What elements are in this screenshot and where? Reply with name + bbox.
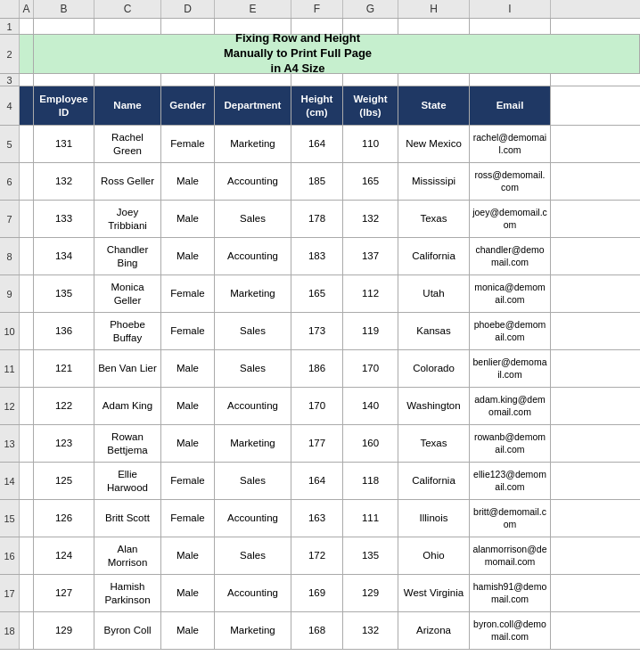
col-c-header: C — [94, 0, 161, 18]
cell-gender: Female — [161, 463, 215, 499]
row-number: 13 — [0, 425, 20, 462]
title-row: 2 Fixing Row and Height Manually to Prin… — [0, 35, 640, 74]
row-number: 7 — [0, 201, 20, 237]
cell-empid: 124 — [34, 537, 94, 574]
cell-email: ross@demomail.com — [470, 163, 551, 200]
cell-name: Byron Coll — [94, 612, 161, 649]
row-number: 6 — [0, 163, 20, 200]
cell-dept: Marketing — [215, 425, 291, 462]
cell-gender: Male — [161, 238, 215, 275]
cell-dept: Accounting — [215, 500, 291, 537]
cell-empid: 127 — [34, 575, 94, 611]
cell-height: 172 — [291, 537, 343, 574]
cell-dept: Accounting — [215, 388, 291, 424]
cell-state: California — [398, 238, 470, 275]
col-g-header: G — [343, 0, 398, 18]
cell-weight: 132 — [343, 201, 398, 237]
cell-gender: Female — [161, 500, 215, 537]
row-number: 12 — [0, 388, 20, 424]
cell-name: Ben Van Lier — [94, 350, 161, 387]
cell-weight: 110 — [343, 126, 398, 162]
table-header-row: 4 Employee ID Name Gender Department Hei… — [0, 86, 640, 126]
header-empid: Employee ID — [34, 86, 94, 125]
cell-email: joey@demomail.com — [470, 201, 551, 237]
table-row: 12 122 Adam King Male Accounting 170 140… — [0, 388, 640, 425]
cell-height: 164 — [291, 126, 343, 162]
cell-gender: Female — [161, 126, 215, 162]
cell-gender: Male — [161, 388, 215, 424]
table-row: 17 127 Hamish Parkinson Male Accounting … — [0, 575, 640, 612]
col-a-header: A — [20, 0, 34, 18]
cell-dept: Sales — [215, 313, 291, 349]
cell-dept: Marketing — [215, 275, 291, 312]
cell-dept: Marketing — [215, 612, 291, 649]
header-email: Email — [470, 86, 551, 125]
cell-state: Texas — [398, 425, 470, 462]
header-height: Height (cm) — [291, 86, 343, 125]
cell-weight: 132 — [343, 612, 398, 649]
cell-state: Illinois — [398, 500, 470, 537]
table-row: 9 135 Monica Geller Female Marketing 165… — [0, 275, 640, 313]
table-row: 16 124 Alan Morrison Male Sales 172 135 … — [0, 537, 640, 575]
cell-empid: 126 — [34, 500, 94, 537]
cell-email: chandler@demomail.com — [470, 238, 551, 275]
col-h-header: H — [398, 0, 470, 18]
row-3: 3 — [0, 74, 640, 86]
cell-name: Joey Tribbiani — [94, 201, 161, 237]
cell-height: 177 — [291, 425, 343, 462]
cell-height: 185 — [291, 163, 343, 200]
cell-email: benlier@demomail.com — [470, 350, 551, 387]
row-number: 5 — [0, 126, 20, 162]
cell-state: Kansas — [398, 313, 470, 349]
cell-height: 178 — [291, 201, 343, 237]
cell-name: Britt Scott — [94, 500, 161, 537]
cell-dept: Sales — [215, 537, 291, 574]
cell-dept: Accounting — [215, 163, 291, 200]
cell-dept: Accounting — [215, 575, 291, 611]
cell-weight: 119 — [343, 313, 398, 349]
cell-name: Ellie Harwood — [94, 463, 161, 499]
cell-email: hamish91@demomail.com — [470, 575, 551, 611]
cell-height: 186 — [291, 350, 343, 387]
cell-email: rowanb@demomail.com — [470, 425, 551, 462]
cell-gender: Male — [161, 163, 215, 200]
cell-empid: 134 — [34, 238, 94, 275]
table-row: 15 126 Britt Scott Female Accounting 163… — [0, 500, 640, 537]
row-number: 15 — [0, 500, 20, 537]
header-dept: Department — [215, 86, 291, 125]
cell-height: 165 — [291, 275, 343, 312]
cell-gender: Male — [161, 350, 215, 387]
row-number: 16 — [0, 537, 20, 574]
cell-name: Adam King — [94, 388, 161, 424]
col-e-header: E — [215, 0, 291, 18]
cell-dept: Accounting — [215, 238, 291, 275]
row-number: 17 — [0, 575, 20, 611]
table-row: 10 136 Phoebe Buffay Female Sales 173 11… — [0, 313, 640, 350]
cell-name: Alan Morrison — [94, 537, 161, 574]
cell-empid: 133 — [34, 201, 94, 237]
col-header-row: A B C D E F G H I — [0, 0, 640, 19]
cell-height: 173 — [291, 313, 343, 349]
cell-gender: Female — [161, 275, 215, 312]
cell-height: 170 — [291, 388, 343, 424]
cell-empid: 123 — [34, 425, 94, 462]
cell-empid: 136 — [34, 313, 94, 349]
spreadsheet: A B C D E F G H I 1 2 — [0, 0, 640, 650]
table-row: 13 123 Rowan Bettjema Male Marketing 177… — [0, 425, 640, 463]
cell-dept: Sales — [215, 463, 291, 499]
header-gender: Gender — [161, 86, 215, 125]
header-state: State — [398, 86, 470, 125]
cell-weight: 118 — [343, 463, 398, 499]
row-number: 14 — [0, 463, 20, 499]
cell-state: New Mexico — [398, 126, 470, 162]
cell-email: adam.king@demomail.com — [470, 388, 551, 424]
cell-empid: 129 — [34, 612, 94, 649]
row-number: 9 — [0, 275, 20, 312]
table-row: 8 134 Chandler Bing Male Accounting 183 … — [0, 238, 640, 275]
header-weight: Weight (lbs) — [343, 86, 398, 125]
cell-state: California — [398, 463, 470, 499]
cell-state: Texas — [398, 201, 470, 237]
cell-gender: Male — [161, 425, 215, 462]
cell-weight: 129 — [343, 575, 398, 611]
cell-email: monica@demomail.com — [470, 275, 551, 312]
